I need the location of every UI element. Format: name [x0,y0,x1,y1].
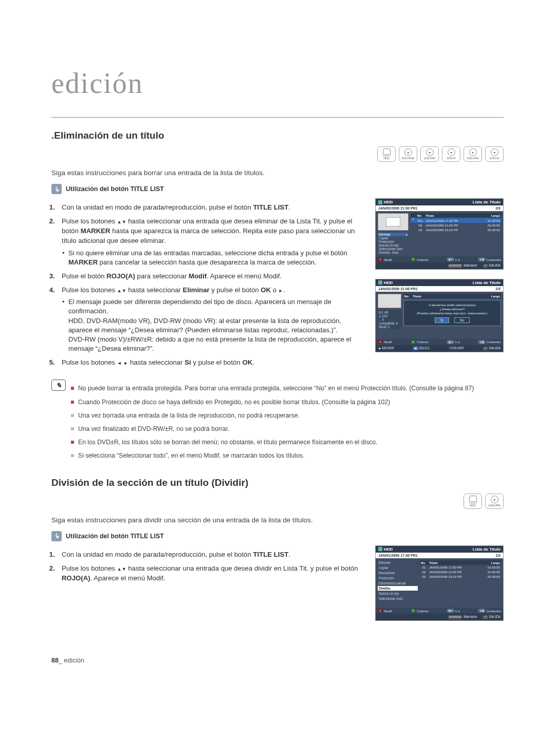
section-delete-title: .Eliminación de un título [51,130,504,141]
del-step-2: Pulse los botones hasta seleccionar una … [59,216,365,267]
hand-icon [51,531,62,541]
divide-intro: Siga estas instrucciones para dividir un… [51,516,504,524]
media-icon-dvd+rw: ●DVD+RW [485,494,504,509]
media-icon-dvd-rw: ●DVD-RW [420,146,439,162]
delete-intro: Siga estas instrucciones para borrar una… [51,169,504,177]
media-icon-row-2: HDD●DVD+RW [51,494,504,509]
div-step-2: Pulse los botones hasta seleccionar una … [59,563,365,583]
note-icon: ✎ [51,380,66,391]
title-list-method-label: Utilización del botón TITLE LIST [66,185,164,193]
del-step-3: Pulse el botón ROJO(A) para seleccionar … [59,271,365,281]
screenshot-title-list-modif: HDDLista de Título JAN/02/2009 21:00 PR1… [375,198,504,270]
screenshot-divide-menu: HDDLista de Título JAN/01/2009 17:30 PR1… [375,545,504,621]
del-step-1: Con la unidad en modo de parada/reproduc… [59,202,365,212]
media-icon-hdd: HDD [377,146,396,162]
footer-section: edición [64,657,84,664]
del-step-4: Pulse los botones hasta seleccionar Elim… [59,285,365,353]
title-list-method-label-2: Utilización del botón TITLE LIST [66,533,164,540]
screenshot-confirm-dialog: HDDLista de Título JAN/02/2009 21:00 PR1… [375,279,504,352]
media-icon-dvd-ram: ●DVD-RAM [399,146,417,162]
media-icon-dvd-r: ●DVD-R [442,146,460,162]
media-icon-dvd+rw: ●DVD+RW [464,146,482,162]
page-title: edición [51,67,504,100]
media-icon-dvd+r: ●DVD+R [485,146,504,162]
div-step-1: Con la unidad en modo de parada/reproduc… [59,550,365,559]
hand-icon [51,184,62,194]
notes-list: No puede borrar la entrada protegida. Pa… [71,380,474,464]
page-number: 88 [51,657,59,664]
media-icon-hdd: HDD [464,494,482,509]
section-divide-title: División de la sección de un título (Div… [51,477,504,488]
del-step-5: Pulse los botones hasta seleccionar Sí y… [59,357,365,367]
media-icon-row-1: HDD●DVD-RAM●DVD-RW●DVD-R●DVD+RW●DVD+R [51,146,504,162]
